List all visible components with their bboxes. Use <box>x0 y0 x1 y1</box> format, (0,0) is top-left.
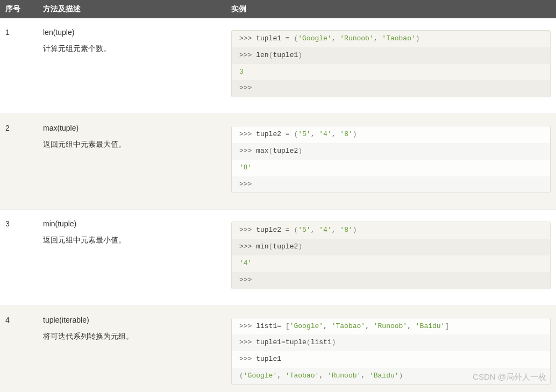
code-token: '4' <box>319 130 331 138</box>
code-token: 'Runoob' <box>374 322 407 330</box>
code-token: = <box>281 338 286 346</box>
code-line: >>> max(tuple2) <box>232 143 550 160</box>
code-token: [ <box>286 322 290 330</box>
code-token: , <box>323 322 327 330</box>
methods-table: 序号 方法及描述 实例 1len(tuple)计算元组元素个数。>>> tupl… <box>0 0 556 392</box>
table-header-row: 序号 方法及描述 实例 <box>0 0 556 18</box>
code-token: list1 <box>256 322 277 330</box>
row-num: 4 <box>0 305 38 392</box>
code-token: '4' <box>239 259 252 267</box>
code-token: >>> <box>239 276 252 284</box>
table-row: 3min(tuple)返回元组中元素最小值。>>> tuple2 = ('5',… <box>0 210 556 305</box>
code-token: , <box>277 372 281 380</box>
method-name: len(tuple) <box>43 28 220 37</box>
row-example-cell: >>> tuple2 = ('5', '4', '8')>>> max(tupl… <box>226 114 556 210</box>
method-name: min(tuple) <box>43 219 220 228</box>
code-token: tuple2 <box>273 147 298 155</box>
code-token: 'Taobao' <box>382 34 415 42</box>
code-line: ('Google', 'Taobao', 'Runoob', 'Baidu') <box>232 368 550 384</box>
code-block: >>> tuple1 = ('Google', 'Runoob', 'Taoba… <box>231 30 551 97</box>
row-example-cell: >>> tuple2 = ('5', '4', '8')>>> min(tupl… <box>226 210 556 305</box>
code-block: >>> tuple2 = ('5', '4', '8')>>> max(tupl… <box>231 126 551 193</box>
code-line: >>> tuple2 = ('5', '4', '8') <box>232 222 550 239</box>
code-token: '5' <box>298 226 310 234</box>
code-token: , <box>332 130 336 138</box>
code-token: >>> <box>239 355 256 363</box>
code-token: ) <box>298 51 302 59</box>
row-method-cell: min(tuple)返回元组中元素最小值。 <box>38 210 226 305</box>
code-token: >>> <box>239 338 256 346</box>
row-method-cell: len(tuple)计算元组元素个数。 <box>38 18 226 114</box>
code-block: >>> list1= ['Google', 'Taobao', 'Runoob'… <box>231 318 551 385</box>
code-token: = <box>286 226 290 234</box>
code-token: , <box>319 372 323 380</box>
code-token: , <box>374 34 378 42</box>
code-token: '8' <box>340 130 352 138</box>
code-token: >>> <box>239 322 256 330</box>
code-token: = <box>286 34 290 42</box>
code-line: '8' <box>232 160 550 176</box>
code-token: tuple1 <box>256 355 281 363</box>
table-body: 1len(tuple)计算元组元素个数。>>> tuple1 = ('Googl… <box>0 18 556 392</box>
code-token: 'Google' <box>298 34 331 42</box>
code-token: >>> <box>239 180 252 188</box>
code-token: , <box>332 226 336 234</box>
method-name: max(tuple) <box>43 124 220 132</box>
code-line: >>> <box>232 176 550 193</box>
method-desc: 将可迭代系列转换为元组。 <box>43 330 220 343</box>
code-token: ) <box>416 34 420 42</box>
header-example: 实例 <box>226 0 556 18</box>
code-line: >>> tuple2 = ('5', '4', '8') <box>232 126 550 143</box>
code-token: tuple <box>286 338 306 346</box>
code-token: 'Baidu' <box>416 322 445 330</box>
code-token: = <box>277 322 281 330</box>
code-token <box>369 322 374 330</box>
code-token: tuple1 <box>256 338 281 346</box>
code-token: , <box>332 34 336 42</box>
code-token: len <box>256 51 268 59</box>
code-token <box>323 372 327 380</box>
code-token <box>327 322 332 330</box>
code-token: tuple1 <box>273 51 298 59</box>
code-token: ) <box>353 226 357 234</box>
code-token <box>365 372 369 380</box>
code-token: '8' <box>340 226 352 234</box>
code-block: >>> tuple2 = ('5', '4', '8')>>> min(tupl… <box>231 222 551 289</box>
code-line: >>> tuple1 <box>232 351 550 368</box>
row-num: 2 <box>0 114 38 210</box>
code-token: 'Taobao' <box>286 372 319 380</box>
code-token: ] <box>445 322 449 330</box>
code-token: tuple1 <box>256 34 286 42</box>
code-token: 'Runoob' <box>340 34 373 42</box>
code-token: ) <box>353 130 357 138</box>
code-token <box>411 322 416 330</box>
method-name: tuple(iterable) <box>43 316 220 324</box>
code-token: min <box>256 243 268 251</box>
table-row: 2max(tuple)返回元组中元素最大值。>>> tuple2 = ('5',… <box>0 114 556 210</box>
code-line: >>> list1= ['Google', 'Taobao', 'Runoob'… <box>232 318 550 335</box>
code-token: >>> <box>239 34 256 42</box>
code-token: tuple2 <box>256 226 286 234</box>
code-token: ) <box>298 147 302 155</box>
code-line: >>> tuple1=tuple(list1) <box>232 334 550 351</box>
row-example-cell: >>> list1= ['Google', 'Taobao', 'Runoob'… <box>226 305 556 392</box>
code-token: , <box>365 322 369 330</box>
row-example-cell: >>> tuple1 = ('Google', 'Runoob', 'Taoba… <box>226 18 556 114</box>
code-token: ( <box>306 338 311 346</box>
code-token: ) <box>298 243 302 251</box>
code-token: ) <box>399 372 403 380</box>
code-token: 'Google' <box>244 372 277 380</box>
code-token <box>281 372 286 380</box>
code-token <box>281 322 286 330</box>
header-method: 方法及描述 <box>38 0 226 18</box>
code-token: list1 <box>311 338 332 346</box>
method-desc: 返回元组中元素最大值。 <box>43 138 220 151</box>
code-token: = <box>286 130 290 138</box>
code-line: >>> min(tuple2) <box>232 239 550 255</box>
code-token: , <box>407 322 411 330</box>
method-desc: 返回元组中元素最小值。 <box>43 233 220 247</box>
row-method-cell: tuple(iterable)将可迭代系列转换为元组。 <box>38 305 226 392</box>
header-num: 序号 <box>0 0 38 18</box>
method-desc: 计算元组元素个数。 <box>43 42 220 55</box>
code-token: 'Taobao' <box>332 322 365 330</box>
